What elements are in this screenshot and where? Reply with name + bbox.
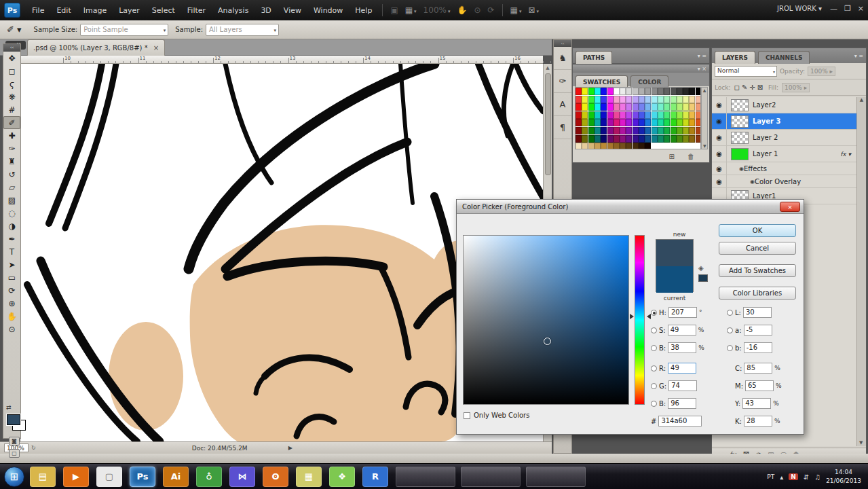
color-swatch[interactable] xyxy=(671,96,677,103)
color-swatch[interactable] xyxy=(626,127,632,134)
hex-input[interactable]: 314a60 xyxy=(658,416,702,427)
value-input[interactable]: 28 xyxy=(744,416,772,427)
menu-file[interactable]: File xyxy=(26,3,50,18)
color-swatch[interactable] xyxy=(620,88,626,95)
color-swatch[interactable] xyxy=(575,88,582,95)
color-swatch[interactable] xyxy=(664,119,670,126)
menu-image[interactable]: Image xyxy=(77,3,113,18)
color-swatch[interactable] xyxy=(588,119,595,126)
color-swatch[interactable] xyxy=(575,119,582,126)
color-swatch[interactable] xyxy=(582,111,588,119)
taskbar-illustrator[interactable]: Ai xyxy=(163,467,189,487)
dodge-tool[interactable]: ◑ xyxy=(3,219,20,232)
color-swatch[interactable] xyxy=(671,111,677,119)
color-swatch[interactable] xyxy=(607,143,614,149)
value-input[interactable]: 96 xyxy=(668,398,696,409)
brushes-icon[interactable]: ✑ xyxy=(554,70,571,93)
shape-tool[interactable]: ▭ xyxy=(3,271,20,284)
sample-size-dropdown[interactable]: Point Sample▾ xyxy=(80,24,168,36)
photoshop-logo-icon[interactable]: Ps xyxy=(4,3,20,18)
color-swatch[interactable] xyxy=(658,111,664,119)
only-web-colors-checkbox[interactable] xyxy=(464,412,470,419)
close-button[interactable]: × xyxy=(858,4,864,13)
radio-button[interactable] xyxy=(727,310,733,316)
color-swatch[interactable] xyxy=(588,88,595,95)
color-swatch[interactable] xyxy=(652,96,658,103)
color-swatch[interactable] xyxy=(614,88,620,95)
color-swatch[interactable] xyxy=(614,119,620,126)
color-swatch[interactable] xyxy=(620,143,626,149)
color-swatch[interactable] xyxy=(633,96,639,103)
color-swatch[interactable] xyxy=(626,135,632,143)
color-swatch[interactable] xyxy=(689,88,695,95)
color-swatch[interactable] xyxy=(639,119,645,126)
color-swatch[interactable] xyxy=(607,127,614,134)
type-tool[interactable]: T xyxy=(3,245,20,258)
taskbar-raidcall[interactable]: R xyxy=(362,467,388,487)
color-swatch[interactable] xyxy=(575,135,582,143)
color-swatch[interactable] xyxy=(696,119,701,126)
foreground-color-chip[interactable] xyxy=(7,414,20,425)
tab-layers[interactable]: LAYERS xyxy=(715,51,755,64)
color-swatch[interactable] xyxy=(595,103,601,111)
hue-slider[interactable] xyxy=(635,235,645,405)
layer-thumbnail[interactable] xyxy=(731,99,749,111)
dialog-close-button[interactable]: × xyxy=(780,202,800,212)
layer-row[interactable]: ◉◉ Color Overlay xyxy=(712,175,856,188)
color-swatch[interactable] xyxy=(645,103,651,111)
document-tab[interactable]: .psd @ 100% (Layer 3, RGB/8#) * × xyxy=(27,39,165,56)
radio-button[interactable] xyxy=(651,327,657,333)
value-input[interactable]: 38 xyxy=(668,342,696,353)
color-swatch[interactable] xyxy=(658,88,664,95)
color-swatch[interactable] xyxy=(664,127,670,134)
color-swatch[interactable] xyxy=(645,143,651,149)
color-swatch[interactable] xyxy=(677,111,683,119)
gradient-tool[interactable]: ▨ xyxy=(3,194,20,206)
color-swatch[interactable] xyxy=(575,127,582,134)
color-swatch[interactable] xyxy=(645,88,651,95)
color-swatch[interactable] xyxy=(633,135,639,143)
antivirus-tray-icon[interactable]: N xyxy=(789,473,798,480)
color-swatch[interactable] xyxy=(689,96,695,103)
color-libraries-button[interactable]: Color Libraries xyxy=(719,287,796,300)
sample-dropdown[interactable]: All Layers▾ xyxy=(206,24,279,36)
color-swatch[interactable] xyxy=(645,119,651,126)
layer-thumbnail[interactable] xyxy=(731,148,749,160)
menu-layer[interactable]: Layer xyxy=(113,3,146,18)
tray-clock[interactable]: 14:04 21/06/2013 xyxy=(826,468,865,485)
color-swatch[interactable] xyxy=(595,111,601,119)
radio-button[interactable] xyxy=(651,365,657,372)
menu-3d[interactable]: 3D xyxy=(254,3,277,18)
value-input[interactable]: 74 xyxy=(668,380,697,391)
value-input[interactable]: 30 xyxy=(743,307,772,318)
color-swatch[interactable] xyxy=(614,111,620,119)
panel-group-menu-icon[interactable]: ▾ × xyxy=(698,66,706,72)
color-swatch[interactable] xyxy=(588,135,595,143)
layer-thumbnail[interactable] xyxy=(731,132,749,144)
effect-eye-icon[interactable]: ◉ xyxy=(750,179,755,185)
effect-eye-icon[interactable]: ◉ xyxy=(739,166,744,172)
color-swatch[interactable] xyxy=(607,119,614,126)
blur-tool[interactable]: ◌ xyxy=(3,206,20,219)
color-swatch[interactable] xyxy=(582,135,588,143)
hand-icon[interactable]: ✋ xyxy=(453,4,470,16)
layer-row[interactable]: ◉Layer2 xyxy=(712,97,856,113)
color-swatch[interactable] xyxy=(652,119,658,126)
color-swatch[interactable] xyxy=(607,88,614,95)
color-swatch[interactable] xyxy=(677,88,683,95)
color-swatch[interactable] xyxy=(620,135,626,143)
color-swatch[interactable] xyxy=(689,111,695,119)
color-swatch[interactable] xyxy=(607,103,614,111)
dialog-title-bar[interactable]: Color Picker (Foreground Color) × xyxy=(457,200,804,214)
color-swatch[interactable] xyxy=(588,103,595,111)
color-swatch[interactable] xyxy=(671,103,677,111)
paragraph-icon[interactable]: ¶ xyxy=(554,116,571,139)
swatches-scrollbar[interactable]: ▲▼ xyxy=(701,87,708,149)
tab-paths[interactable]: PATHS xyxy=(575,51,612,64)
visibility-eye-icon[interactable]: ◉ xyxy=(712,113,727,129)
color-swatch[interactable] xyxy=(677,119,683,126)
color-swatch[interactable] xyxy=(614,127,620,134)
value-input[interactable]: 49 xyxy=(668,325,696,336)
add-to-swatches-button[interactable]: Add To Swatches xyxy=(719,264,796,277)
color-swatch[interactable] xyxy=(652,111,658,119)
